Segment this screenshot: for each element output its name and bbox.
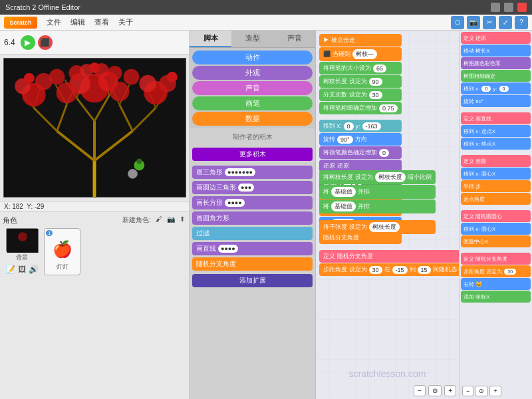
tab-costume[interactable]: 造型 — [231, 31, 273, 47]
right-zoom-out[interactable]: − — [462, 386, 473, 396]
right-block-rotate-60[interactable]: 旋转 60° — [461, 95, 531, 107]
right-block-center-x[interactable]: 图圆中心X — [461, 235, 531, 247]
cat-pen[interactable]: 画笔 — [192, 96, 313, 110]
camera-sprite-button[interactable]: 📷 — [166, 215, 176, 225]
svg-point-42 — [89, 63, 100, 73]
block-triangle[interactable]: 画三角形 ●●●●●●● — [192, 166, 313, 179]
svg-point-41 — [166, 72, 177, 82]
tab-script[interactable]: 脚本 — [190, 31, 231, 47]
upload-sprite-button[interactable]: ⬆ — [178, 215, 186, 225]
right-define-random-center: 定义 随机图圆心 移到 x: 圆心X 图圆中心X — [461, 210, 531, 247]
sprite-item[interactable]: 1 🍎 灯灯 — [44, 228, 80, 275]
zoom-in-button[interactable]: + — [444, 385, 456, 396]
right-block-move-x[interactable]: 移动 树长X — [461, 45, 531, 57]
block-rectangle[interactable]: 画长方形 ●●●● — [192, 196, 313, 209]
right-block-add-x[interactable]: 添加 坐标X — [461, 291, 531, 303]
stage-thumbnail[interactable] — [6, 228, 38, 252]
block-set-thick[interactable]: 将画笔粗细确定增加 0.75 — [319, 102, 402, 114]
block-round-rect[interactable]: 画圆角方形 — [192, 211, 313, 225]
block-set-step-angle[interactable]: 步距角度 设定为 30 在 -15 到 15 间随机选一个数 — [319, 263, 459, 276]
block-round-triangle[interactable]: 画圆边三角形 ●●● — [192, 181, 313, 194]
right-define-line: 定义 画直线 移到 x: 起点X 移到 x: 终点X — [461, 112, 531, 150]
scripts-panel[interactable]: ▶ 被点击走 ⬛ 当碰到 树枝— 将画笔的大小设为 65 树枝长度 设定为 90… — [316, 31, 459, 399]
right-block-radius[interactable]: 半径 步 — [461, 180, 531, 192]
block-set-pen-size[interactable]: 将画笔的大小设为 65 — [319, 62, 402, 74]
tab-sound[interactable]: 声音 — [273, 31, 315, 47]
minimize-button[interactable] — [491, 3, 500, 12]
right-block-color[interactable]: 树图颜色彩色零 — [461, 57, 531, 69]
right-zoom-reset[interactable]: ⊙ — [475, 386, 488, 396]
start-button[interactable]: ▶ — [21, 35, 35, 50]
block-random-branch[interactable]: 随机分支角度 — [192, 257, 313, 271]
sprites-area: 角色 新建角色: 🖌 📷 ⬆ 背景 — [0, 212, 189, 399]
right-block-define-line[interactable]: 定义 画直线 — [461, 112, 531, 124]
copy-icon[interactable]: ⬡ — [451, 16, 464, 29]
block-click-trigger[interactable]: ▶ 被点击走 — [319, 34, 402, 47]
block-rotate[interactable]: 旋转 90° 方向 — [319, 133, 402, 146]
close-button[interactable] — [517, 3, 527, 12]
right-block-step-angle[interactable]: 步距角度 设定为 30 — [461, 265, 531, 277]
right-zoom-in[interactable]: + — [489, 386, 501, 396]
cat-sound[interactable]: 声音 — [192, 81, 313, 95]
block-categories: 动作 外观 声音 画笔 数据 — [190, 48, 315, 128]
stop-button[interactable]: ⬛ — [38, 35, 53, 50]
right-block-define-circle[interactable]: 定义 画圆 — [461, 155, 531, 167]
block-goto-xy[interactable]: 移到 x: 0 y: -163 — [319, 120, 402, 132]
block-set-branch-len[interactable]: 树枝长度 设定为 90 — [319, 75, 402, 88]
right-block-circle-xy[interactable]: 移到 x: 圆心X — [461, 168, 531, 180]
block-edge-condition[interactable]: ⬛ 当碰到 树枝— — [319, 47, 402, 61]
add-extension-button[interactable]: 添加扩展 — [192, 274, 313, 287]
block-concat[interactable]: 将 基础值 并排 — [319, 185, 436, 199]
right-definitions-column: 定义 还原 移动 树长X 树图颜色彩色零 树图粗细确定 移到 x:0 y:0 旋… — [459, 31, 532, 399]
script-define-random: 定义 随机分支角度 步距角度 设定为 30 在 -15 到 15 间随机选一个数 — [319, 250, 459, 276]
block-filter[interactable]: 过滤 — [192, 227, 313, 240]
block-define-random-branch[interactable]: 定义 随机分支角度 — [319, 250, 459, 263]
block-list: 制作者的积木 更多积木 画三角形 ●●●●●●● 画圆边三角形 ●●● 画长方形… — [190, 128, 315, 399]
help-icon[interactable]: ? — [515, 16, 528, 29]
right-block-goto[interactable]: 移到 x:0 y:0 — [461, 82, 531, 94]
more-blocks-button[interactable]: 更多积木 — [192, 148, 313, 161]
svg-point-38 — [49, 69, 65, 85]
script-icon[interactable]: 📝 — [5, 265, 15, 274]
block-set-branch2[interactable]: 分支次数 设定为 30 — [319, 88, 402, 101]
sprite-thumbnail: 🍎 — [47, 236, 78, 263]
photo-icon[interactable]: 🖼 — [18, 265, 26, 274]
sprites-label: 角色 — [3, 215, 17, 225]
zoom-out-button[interactable]: − — [414, 385, 426, 396]
block-wait[interactable]: 将干张度 设定为 树枝长度 — [319, 220, 436, 234]
script-group-2: 将树枝长度 设定为 树枝长度 缩小比例 将 基础值 并排 将 基础值 并排 将干… — [319, 170, 436, 234]
block-pen-color[interactable]: 将画笔颜色确定增加 0 — [319, 146, 402, 159]
block-set-branch-len2[interactable]: 将树枝长度 设定为 树枝长度 缩小比例 — [319, 170, 436, 184]
svg-point-32 — [139, 75, 156, 92]
scissors-icon[interactable]: ✂ — [483, 16, 496, 29]
menu-view[interactable]: 查看 — [90, 16, 113, 29]
right-block-define-restore[interactable]: 定义 还原 — [461, 32, 531, 44]
menu-file[interactable]: 文件 — [43, 16, 65, 29]
right-block-define-rand-center[interactable]: 定义 随机图圆心 — [461, 210, 531, 222]
title-bar: Scratch 2 Offline Editor — [0, 0, 532, 15]
scratch-logo: Scratch — [4, 17, 37, 29]
right-block-start-angle[interactable]: 起点角度 — [461, 193, 531, 205]
cat-data[interactable]: 数据 — [192, 112, 313, 126]
cat-motion[interactable]: 动作 — [192, 51, 313, 65]
right-block-right-turn[interactable]: 右转 🐱 — [461, 278, 531, 290]
zoom-reset-button[interactable]: ⊙ — [428, 385, 442, 396]
maximize-button[interactable] — [504, 3, 513, 12]
right-block-rand-xy[interactable]: 移到 x: 圆心X — [461, 223, 531, 235]
block-concat2[interactable]: 将 基础值 并排 — [319, 200, 436, 213]
block-line[interactable]: 画直线 ●●●● — [192, 242, 313, 255]
blocks-tabs: 脚本 造型 声音 — [190, 31, 315, 48]
menu-about[interactable]: 关于 — [114, 16, 137, 29]
paint-sprite-button[interactable]: 🖌 — [154, 215, 164, 225]
svg-point-37 — [107, 66, 122, 80]
menu-edit[interactable]: 编辑 — [66, 16, 89, 29]
right-block-end-xy[interactable]: 移到 x: 终点X — [461, 138, 531, 150]
sound-icon[interactable]: 🔊 — [29, 265, 39, 274]
right-block-start-xy[interactable]: 移到 x: 起点X — [461, 125, 531, 137]
cat-looks[interactable]: 外观 — [192, 66, 313, 80]
camera-icon[interactable]: 📷 — [467, 16, 480, 29]
expand-icon[interactable]: ⤢ — [499, 16, 512, 29]
right-block-thick[interactable]: 树图粗细确定 — [461, 70, 531, 82]
sprite-name: 灯灯 — [57, 263, 68, 271]
right-block-define-rand-branch[interactable]: 定义 随机分支角度 — [461, 253, 531, 265]
